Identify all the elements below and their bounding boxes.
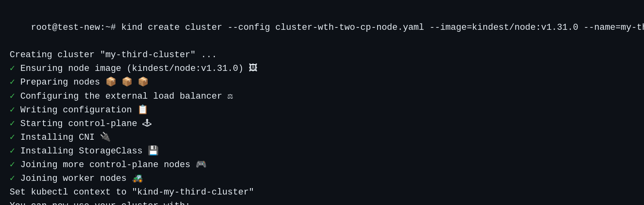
terminal-line-11: Set kubectl context to "kind-my-third-cl… xyxy=(10,186,634,199)
terminal-line-10: ✓ Joining worker nodes 🚜 xyxy=(10,172,634,186)
line-text-6: Starting control-plane 🕹 xyxy=(15,119,151,129)
terminal-line-12: You can now use your cluster with: xyxy=(10,199,634,205)
line-text-9: Joining more control-plane nodes 🎮 xyxy=(15,160,206,170)
terminal-line-3: ✓ Preparing nodes 📦 📦 📦 xyxy=(10,76,634,89)
terminal-line-6: ✓ Starting control-plane 🕹 xyxy=(10,117,634,131)
line-text-2: Ensuring node image (kindest/node:v1.31.… xyxy=(15,64,258,74)
line-text-8: Installing StorageClass 💾 xyxy=(15,146,159,156)
terminal-line-4: ✓ Configuring the external load balancer… xyxy=(10,90,634,104)
check-icon-2: ✓ xyxy=(10,64,15,74)
line-text-10: Joining worker nodes 🚜 xyxy=(15,174,142,184)
check-icon-8: ✓ xyxy=(10,146,15,156)
terminal-line-2: ✓ Ensuring node image (kindest/node:v1.3… xyxy=(10,62,634,76)
line-text-3: Preparing nodes 📦 📦 📦 xyxy=(15,77,154,87)
terminal-line-9: ✓ Joining more control-plane nodes 🎮 xyxy=(10,158,634,172)
line-text-5: Writing configuration 📋 xyxy=(15,105,148,115)
terminal-window: root@test-new:~# kind create cluster --c… xyxy=(0,0,644,205)
prompt-0: root@test-new:~# xyxy=(31,23,121,33)
line-text-4: Configuring the external load balancer ⚖ xyxy=(15,91,233,101)
terminal-line-8: ✓ Installing StorageClass 💾 xyxy=(10,145,634,158)
line-text-7: Installing CNI 🔌 xyxy=(15,133,111,143)
terminal-line-5: ✓ Writing configuration 📋 xyxy=(10,104,634,117)
command-0: kind create cluster --config cluster-wth… xyxy=(121,23,644,33)
check-icon-4: ✓ xyxy=(10,91,15,101)
terminal-line-0: root@test-new:~# kind create cluster --c… xyxy=(10,7,634,48)
check-icon-9: ✓ xyxy=(10,160,15,170)
check-icon-6: ✓ xyxy=(10,119,15,129)
check-icon-3: ✓ xyxy=(10,77,15,87)
terminal-line-7: ✓ Installing CNI 🔌 xyxy=(10,131,634,145)
check-icon-7: ✓ xyxy=(10,133,15,143)
terminal-line-1: Creating cluster "my-third-cluster" ... xyxy=(10,48,634,62)
check-icon-5: ✓ xyxy=(10,105,15,115)
check-icon-10: ✓ xyxy=(10,174,15,184)
